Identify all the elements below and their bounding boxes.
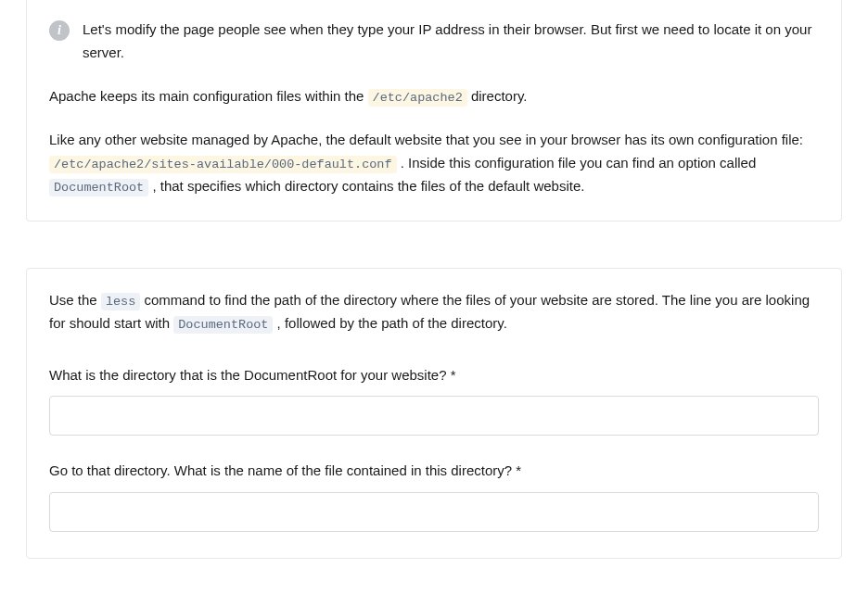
code-documentroot: DocumentRoot — [173, 316, 273, 334]
info-callout: i Let's modify the page people see when … — [49, 19, 819, 65]
info-icon-glyph: i — [57, 24, 61, 37]
info-card: i Let's modify the page people see when … — [26, 0, 842, 221]
paragraph-apache-config: Apache keeps its main configuration file… — [49, 85, 819, 108]
paragraph-document-root: Like any other website managed by Apache… — [49, 129, 819, 198]
question-label-filename: Go to that directory. What is the name o… — [49, 460, 819, 483]
documentroot-input[interactable] — [49, 396, 819, 436]
filename-input[interactable] — [49, 492, 819, 532]
paragraph-instructions: Use the less command to find the path of… — [49, 289, 819, 336]
question-file-name: Go to that directory. What is the name o… — [49, 460, 819, 532]
text-fragment: . Inside this configuration file you can… — [397, 155, 757, 171]
intro-text: Let's modify the page people see when th… — [83, 21, 811, 60]
info-text: Let's modify the page people see when th… — [83, 19, 819, 65]
question-documentroot-dir: What is the directory that is the Docume… — [49, 364, 819, 436]
info-icon: i — [49, 20, 70, 41]
code-documentroot: DocumentRoot — [49, 179, 148, 196]
text-fragment: Like any other website managed by Apache… — [49, 132, 803, 147]
text-fragment: , that specifies which directory contain… — [148, 178, 584, 194]
task-card: Use the less command to find the path of… — [26, 268, 842, 559]
text-fragment: Apache keeps its main configuration file… — [49, 88, 368, 104]
question-label-documentroot: What is the directory that is the Docume… — [49, 364, 819, 387]
code-conf-file: /etc/apache2/sites-available/000-default… — [49, 156, 397, 173]
code-apache-dir: /etc/apache2 — [368, 89, 467, 107]
text-fragment: , followed by the path of the directory. — [273, 315, 506, 331]
text-fragment: Use the — [49, 292, 101, 308]
text-fragment: directory. — [467, 88, 528, 104]
code-less: less — [101, 293, 140, 310]
